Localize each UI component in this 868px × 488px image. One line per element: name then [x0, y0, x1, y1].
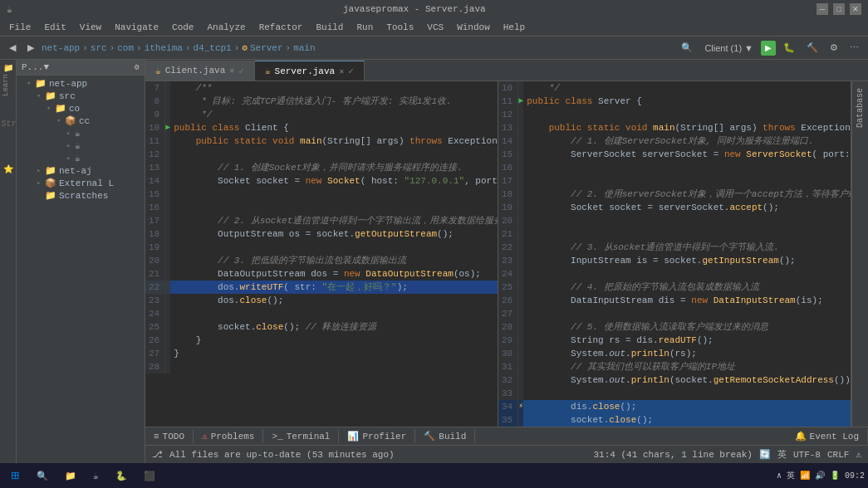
- line-number: 10: [145, 121, 165, 134]
- tree-arrow-ext: ▸: [37, 178, 45, 188]
- line-code-highlighted: dos.writeUTF( str: "在一起，好吗？");: [170, 281, 498, 294]
- client-dropdown[interactable]: Client (1) ▼: [700, 41, 758, 55]
- table-row: 20: [498, 214, 851, 227]
- taskbar-pycharm[interactable]: 🐍: [109, 465, 134, 486]
- line-code: /**: [170, 81, 498, 95]
- breadcrumb-itheima[interactable]: itheima: [145, 43, 183, 53]
- tab-terminal[interactable]: >_ Terminal: [263, 430, 339, 443]
- tab-server-close[interactable]: ✕: [339, 66, 344, 76]
- favorites-icon[interactable]: ⭐: [2, 164, 15, 178]
- tray-volume[interactable]: 🔊: [815, 471, 825, 481]
- search-icon: 🔍: [37, 471, 48, 481]
- menu-tools[interactable]: Tools: [380, 21, 419, 34]
- database-label[interactable]: Database: [856, 85, 865, 131]
- tree-item-co[interactable]: ▾ 📁 co: [17, 102, 145, 115]
- table-row: 27: [498, 307, 851, 320]
- title-bar-title: javasepromax - Server.java: [343, 4, 486, 14]
- nav-forward-button[interactable]: ▶: [23, 41, 38, 55]
- taskbar-terminal[interactable]: ⬛: [137, 465, 162, 486]
- tab-build[interactable]: 🔨 Build: [415, 429, 475, 443]
- tree-item-java2[interactable]: ▸ ☕: [17, 139, 145, 152]
- breadcrumb-server[interactable]: Server: [250, 43, 283, 53]
- breadcrumb-main[interactable]: main: [293, 43, 315, 53]
- tab-client[interactable]: ☕ Client.java ✕ ✓: [145, 61, 255, 81]
- code-table-server: 10 */ 11 ▶ public class Server {: [498, 81, 851, 427]
- search-button[interactable]: 🔍: [677, 41, 697, 55]
- breadcrumb-netapp[interactable]: net-app: [42, 43, 80, 53]
- debug-button[interactable]: 🐛: [779, 41, 799, 55]
- tree-item-external[interactable]: ▸ 📦 External L: [17, 177, 145, 189]
- menu-window[interactable]: Window: [451, 21, 496, 34]
- line-code: public class Server {: [523, 95, 851, 108]
- tree-item-netaj[interactable]: ▸ 📁 net-aj: [17, 164, 145, 177]
- line-code: System.out.println(rs);: [523, 347, 851, 360]
- tab-client-close[interactable]: ✕: [229, 66, 234, 76]
- menu-code[interactable]: Code: [166, 21, 199, 34]
- tab-problems[interactable]: ⚠ Problems: [194, 429, 263, 443]
- menu-view[interactable]: View: [74, 21, 107, 34]
- breadcrumb-com[interactable]: com: [117, 43, 134, 53]
- build-button[interactable]: 🔨: [802, 41, 822, 55]
- run-gutter-icon-server[interactable]: ▶: [518, 96, 523, 105]
- tree-arrow-netaj: ▸: [37, 166, 45, 175]
- tree-item-cc[interactable]: ▾ 📦 cc: [17, 115, 145, 127]
- line-number: 9: [145, 108, 165, 121]
- line-number: 20: [498, 214, 518, 227]
- menu-run[interactable]: Run: [351, 21, 379, 34]
- taskbar-search[interactable]: 🔍: [30, 465, 55, 486]
- run-button[interactable]: ▶: [761, 41, 776, 56]
- code-container-client[interactable]: 7 /** 8 * 目标: 完成TCP通信快速入门- 客户端开发: 实现1发1收…: [145, 81, 498, 427]
- line-number: 33: [498, 387, 518, 400]
- table-row: 17 // 2. 从socket通信管道中得到一个字节输出流，用来发数据给服务端: [145, 214, 498, 227]
- table-row: 19 Socket socket = serverSocket.accept()…: [498, 201, 851, 214]
- tab-event-log[interactable]: 🔔 Event Log: [787, 429, 868, 443]
- menu-build[interactable]: Build: [310, 21, 349, 34]
- more-button[interactable]: ⋯: [846, 41, 863, 55]
- settings-button[interactable]: ⚙: [826, 41, 842, 55]
- line-number: 13: [145, 161, 165, 174]
- breadcrumb-d4tcp1[interactable]: d4_tcp1: [194, 43, 232, 53]
- code-container-server[interactable]: 10 */ 11 ▶ public class Server {: [498, 81, 851, 427]
- tree-label-netapp: net-app: [49, 79, 87, 89]
- structure-icon[interactable]: Str: [2, 120, 15, 133]
- menu-help[interactable]: Help: [498, 21, 531, 34]
- tree-item-java1[interactable]: ▸ ☕: [17, 127, 145, 139]
- tab-server[interactable]: ☕ Server.java ✕ ✓: [255, 61, 365, 81]
- run-gutter-icon[interactable]: ▶: [165, 123, 170, 132]
- line-code: [170, 360, 498, 373]
- menu-analyze[interactable]: Analyze: [201, 21, 251, 34]
- menu-navigate[interactable]: Navigate: [109, 21, 164, 34]
- menu-edit[interactable]: Edit: [38, 21, 71, 34]
- breadcrumb-src[interactable]: src: [91, 43, 107, 53]
- learn-icon[interactable]: Learn: [2, 83, 15, 96]
- menu-vcs[interactable]: VCS: [421, 21, 449, 34]
- menu-refactor[interactable]: Refactor: [253, 21, 309, 34]
- tree-item-netapp[interactable]: ▾ 📁 net-app: [17, 77, 145, 90]
- tab-todo[interactable]: ≡ TODO: [145, 430, 194, 443]
- table-row: 29 String rs = dis.readUTF();: [498, 334, 851, 347]
- line-code-highlighted: socket.close();: [523, 413, 851, 427]
- line-code: Socket socket = new Socket( host: "127.0…: [170, 174, 498, 188]
- app-icon: ☕: [7, 4, 12, 15]
- tree-item-java3[interactable]: ▸ ☕: [17, 152, 145, 164]
- line-code: // 1. 创建ServerSocket对象, 同时为服务端注册端口.: [523, 134, 851, 148]
- tray-chevron[interactable]: ∧: [777, 471, 782, 481]
- bookmark-icon: ⚡: [518, 402, 523, 411]
- eventlog-label: Event Log: [810, 432, 859, 442]
- menu-file[interactable]: File: [3, 21, 37, 34]
- tree-item-scratches[interactable]: 📁 Scratches: [17, 189, 145, 202]
- minimize-button[interactable]: ─: [817, 3, 828, 15]
- taskbar-idea[interactable]: ☕: [86, 465, 105, 486]
- tree-item-src[interactable]: ▾ 📁 src: [17, 90, 145, 102]
- line-number: 25: [145, 320, 165, 334]
- tab-profiler[interactable]: 📊 Profiler: [339, 429, 415, 443]
- project-settings-icon[interactable]: ⚙: [135, 62, 140, 72]
- nav-back-button[interactable]: ◀: [5, 41, 20, 55]
- taskbar-files[interactable]: 📁: [58, 465, 83, 486]
- maximize-button[interactable]: □: [833, 3, 845, 15]
- line-number: 14: [498, 134, 518, 148]
- close-button[interactable]: ✕: [850, 3, 861, 15]
- start-button[interactable]: ⊞: [3, 465, 27, 486]
- tray-network[interactable]: 📶: [800, 471, 810, 481]
- left-activity-strip: 📁 Learn Str ⭐: [0, 60, 17, 463]
